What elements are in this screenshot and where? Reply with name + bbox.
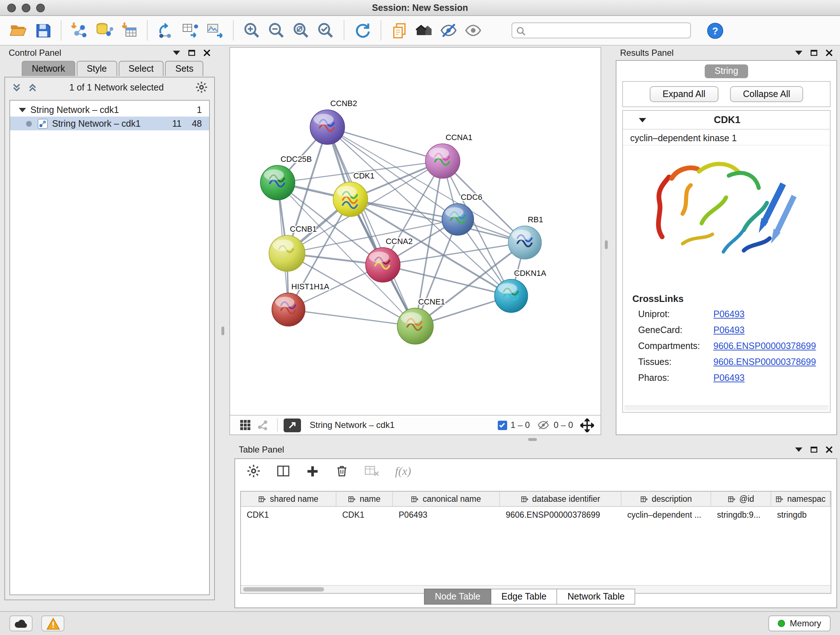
tree-expand-icon[interactable]	[19, 108, 26, 112]
column-header--id[interactable]: @id	[711, 492, 771, 506]
tab-style[interactable]: Style	[77, 61, 117, 76]
warning-icon	[46, 617, 60, 630]
protein-card-header[interactable]: CDK1	[623, 111, 830, 130]
collection-label: String Network – cdk1	[30, 105, 119, 115]
warnings-button[interactable]	[41, 616, 65, 631]
panel-menu-icon[interactable]	[173, 51, 180, 55]
show-graphics-details-button[interactable]	[461, 18, 485, 43]
close-panel-icon[interactable]	[203, 49, 210, 57]
export-image-button[interactable]	[202, 18, 227, 43]
float-panel-icon[interactable]	[810, 446, 818, 453]
zoom-selected-button[interactable]	[313, 18, 338, 43]
protein-structure-image	[623, 146, 830, 287]
zoom-fit-button[interactable]	[289, 18, 313, 43]
show-columns-icon[interactable]	[276, 464, 290, 478]
column-header-shared-name[interactable]: shared name	[241, 492, 336, 506]
toolbar-search	[512, 22, 691, 38]
zoom-in-button[interactable]	[240, 18, 264, 43]
clone-network-button[interactable]	[178, 18, 202, 43]
home-button[interactable]	[412, 18, 436, 43]
cloud-button[interactable]	[9, 616, 33, 631]
network-node-cdc25b[interactable]: CDC25B	[261, 155, 312, 200]
network-view-title: String Network – cdk1	[309, 420, 395, 430]
network-node-hist1h1a[interactable]: HIST1H1A	[272, 282, 330, 326]
float-panel-icon[interactable]	[188, 49, 195, 57]
tab-node-table[interactable]: Node Table	[424, 589, 491, 605]
tab-edge-table[interactable]: Edge Table	[491, 589, 557, 605]
crosslink-value-link[interactable]: P06493	[714, 373, 745, 383]
pan-crosshair-icon[interactable]	[580, 418, 594, 432]
import-network-from-file-button[interactable]	[67, 18, 92, 43]
add-column-icon[interactable]	[306, 464, 319, 478]
collapse-all-icon[interactable]	[11, 82, 22, 92]
open-session-button[interactable]	[6, 18, 30, 43]
control-panel: Control Panel NetworkStyleSelectSets 1 o…	[4, 47, 215, 600]
network-node-ccnb2[interactable]: CCNB2	[310, 99, 357, 144]
collapse-all-button[interactable]: Collapse All	[730, 86, 804, 102]
expand-all-button[interactable]: Expand All	[650, 86, 718, 102]
search-input[interactable]	[528, 24, 687, 37]
column-header-namespac[interactable]: namespac	[771, 492, 831, 506]
function-builder-button[interactable]: f(x)	[395, 464, 411, 478]
crosslink-value-link[interactable]: P06493	[714, 309, 745, 319]
memory-button[interactable]: Memory	[768, 616, 831, 631]
tab-string[interactable]: String	[704, 65, 748, 78]
network-node-rb1[interactable]: RB1	[508, 215, 543, 259]
copy-document-button[interactable]	[387, 18, 412, 43]
save-session-button[interactable]	[30, 18, 55, 43]
close-panel-icon[interactable]	[826, 49, 833, 57]
selected-checkbox-icon[interactable]	[497, 420, 507, 430]
tab-network-table[interactable]: Network Table	[557, 589, 636, 605]
column-header-name[interactable]: name	[336, 492, 393, 506]
new-network-from-selection-button[interactable]	[153, 18, 178, 43]
network-collection-row[interactable]: String Network – cdk1 1	[10, 103, 209, 117]
grid-view-button[interactable]	[237, 416, 254, 434]
node-table: shared namenamecanonical namedatabase id…	[240, 491, 831, 594]
tab-network[interactable]: Network	[22, 61, 75, 76]
network-node-cdkn1a[interactable]: CDKN1A	[494, 269, 546, 313]
splitter-handle[interactable]	[528, 438, 537, 441]
column-header-database-identifier[interactable]: database identifier	[500, 492, 622, 506]
scrollbar-thumb[interactable]	[243, 587, 324, 592]
panel-menu-icon[interactable]	[795, 51, 802, 55]
tab-select[interactable]: Select	[118, 61, 164, 76]
import-network-from-database-button[interactable]	[92, 18, 117, 43]
gear-icon[interactable]	[247, 464, 261, 478]
table-row[interactable]: CDK1CDK1P064939606.ENSP00000378699cyclin…	[241, 507, 831, 522]
cloud-icon	[14, 619, 28, 628]
detach-view-button[interactable]	[254, 416, 271, 434]
crosslink-value-link[interactable]: 9606.ENSP00000378699	[714, 341, 816, 351]
expand-collapse-box: Expand All Collapse All	[622, 81, 831, 107]
hide-graphics-details-button[interactable]	[436, 18, 461, 43]
close-panel-icon[interactable]	[826, 446, 833, 453]
gear-icon[interactable]	[195, 81, 208, 93]
zoom-out-button[interactable]	[264, 18, 289, 43]
network-node-ccnb1[interactable]: CCNB1	[269, 225, 317, 272]
network-node-ccna1[interactable]: CCNA1	[425, 133, 472, 179]
delete-column-icon[interactable]	[335, 464, 349, 478]
network-row-selected[interactable]: String Network – cdk1 11 48	[10, 117, 209, 130]
collapse-section-icon[interactable]	[639, 118, 646, 122]
help-button[interactable]: ?	[703, 18, 727, 43]
tab-sets[interactable]: Sets	[165, 61, 204, 76]
panel-menu-icon[interactable]	[795, 448, 802, 452]
network-canvas[interactable]: CCNB2CCNA1CDC25BCDK1CDC6RB1CCNB1CCNA2CDK…	[230, 48, 600, 415]
column-header-description[interactable]: description	[622, 492, 711, 506]
refresh-button[interactable]	[350, 18, 375, 43]
delete-table-icon[interactable]	[365, 465, 379, 477]
protein-description: cyclin–dependent kinase 1	[623, 130, 830, 146]
table-panel-title: Table Panel	[234, 445, 284, 455]
crosslink-value-link[interactable]: 9606.ENSP00000378699	[714, 357, 816, 367]
expand-all-icon[interactable]	[27, 82, 38, 92]
navigator-toggle-button[interactable]	[284, 418, 301, 432]
app-window: Session: New Session	[0, 0, 840, 635]
toolbar-separator	[381, 20, 381, 41]
card-scrollbar[interactable]	[624, 405, 829, 410]
crosslink-value-link[interactable]: P06493	[714, 325, 745, 335]
splitter-handle[interactable]	[605, 241, 608, 249]
splitter-handle[interactable]	[221, 326, 224, 335]
main-area: Control Panel NetworkStyleSelectSets 1 o…	[0, 46, 840, 611]
float-panel-icon[interactable]	[810, 49, 818, 57]
import-table-from-file-button[interactable]	[117, 18, 141, 43]
column-header-canonical-name[interactable]: canonical name	[393, 492, 500, 506]
